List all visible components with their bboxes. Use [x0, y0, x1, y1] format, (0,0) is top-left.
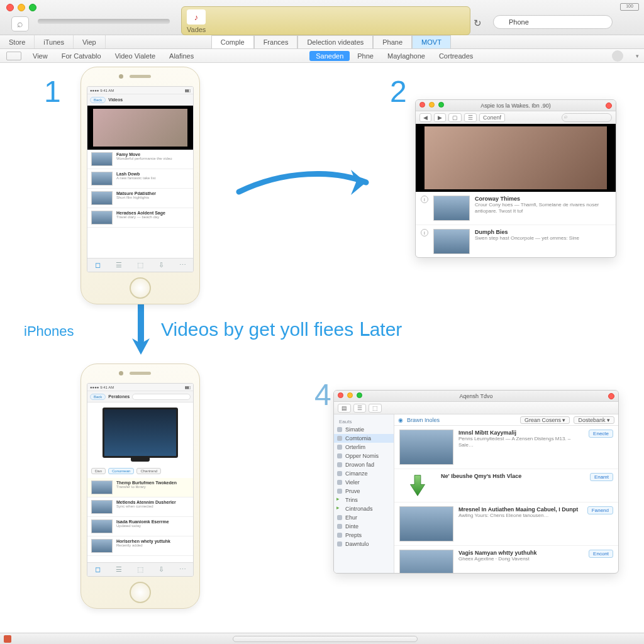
win2-view1-button[interactable]: ▢ [448, 113, 462, 122]
sidebar-item[interactable]: Drowon fad [334, 460, 394, 469]
table-row[interactable]: Vagis Namyan whtty yuthuhkGheex Agextine… [394, 546, 618, 573]
iphone1-tab-4[interactable]: ⇩ [151, 258, 172, 272]
search-input[interactable] [493, 15, 613, 29]
view-mode-icon[interactable] [6, 52, 21, 60]
win4-close-icon[interactable] [338, 392, 343, 398]
list-item[interactable]: Heradses Aoldent SageTravel diary — beac… [87, 208, 193, 228]
win2-search-input[interactable] [562, 113, 612, 122]
win2-label-chip[interactable]: Conenf [479, 113, 505, 122]
win4-tool-2[interactable]: ☰ [353, 404, 366, 413]
win4-path-sel1[interactable]: Grean Cosens ▾ [520, 416, 570, 424]
win2-q-close-icon[interactable] [606, 103, 612, 109]
subtab-alafines[interactable]: Alafines [163, 51, 200, 61]
window-traffic-lights[interactable] [6, 4, 36, 11]
sidebar-item[interactable]: Pruve [334, 487, 394, 496]
sidebar-item[interactable]: Orterlim [334, 443, 394, 452]
win4-tool-1[interactable]: ▤ [338, 404, 351, 413]
subtab-vialete[interactable]: Video Vialete [109, 51, 162, 61]
menu-view[interactable]: Viep [74, 35, 106, 48]
iphone3-search[interactable] [132, 394, 191, 400]
history-icon[interactable]: ↻ [474, 18, 482, 29]
sidebar-item[interactable]: Vieler [334, 478, 394, 487]
list-item[interactable]: Horlserhen whety yuttuhkRecently added [87, 536, 193, 556]
table-row[interactable]: iDumph BiesSwen step hast Oncorpole — ye… [416, 225, 616, 257]
filter-phne[interactable]: Phne [351, 51, 380, 61]
search-button-left[interactable]: ⌕ [11, 16, 29, 31]
iphone3-home-button[interactable] [130, 582, 151, 603]
sidebar-item[interactable]: Trins [334, 496, 394, 504]
list-item[interactable]: Famy MoveWonderful performance the video [87, 150, 193, 169]
iphone1-tab-2[interactable]: ☰ [109, 258, 130, 272]
zoom-icon[interactable] [29, 4, 36, 11]
filter-maylaghone[interactable]: Maylaghone [381, 51, 431, 61]
sidebar-item[interactable]: Prepts [334, 531, 394, 540]
tab-phane[interactable]: Phane [373, 35, 412, 48]
download-badge[interactable]: Encont [589, 550, 613, 558]
status-app-icon[interactable] [4, 635, 11, 643]
info-icon[interactable]: i [421, 196, 428, 203]
iphone3-chip-2[interactable]: Chartrand [136, 468, 161, 474]
table-row[interactable]: iCoroway ThimesCrour Cony hoes — Thamfi,… [416, 192, 616, 225]
sidebar-item[interactable]: Cintronads [334, 504, 394, 513]
sidebar-item[interactable]: Simatie [334, 425, 394, 434]
menu-itunes[interactable]: iTunes [35, 35, 74, 48]
win4-path-sel2[interactable]: Dostebank ▾ [574, 416, 614, 424]
win2-view2-button[interactable]: ☰ [464, 113, 477, 122]
sidebar-item[interactable]: Opper Nomis [334, 452, 394, 460]
win4-q-close-icon[interactable] [608, 393, 614, 399]
iphone1-home-button[interactable] [130, 277, 151, 299]
minimize-icon[interactable] [18, 4, 25, 11]
iphone3-tab-3[interactable]: ⬚ [130, 563, 151, 576]
sidebar-item[interactable]: Comtomia [334, 434, 394, 443]
tab-delection[interactable]: Delection videates [297, 35, 373, 48]
subtab-view[interactable]: View [26, 51, 54, 61]
list-item[interactable]: Themp Burtufmen TwokedenTransfer to libr… [87, 478, 193, 497]
account-caret-icon[interactable]: ▾ [636, 53, 639, 59]
iphone3-back-button[interactable]: Back [90, 394, 106, 400]
close-icon[interactable] [6, 4, 14, 11]
list-item[interactable]: Metlends Atennim DusherlerSync when conn… [87, 497, 193, 517]
menu-row-2: View For Catvablo Video Vialete Alafines… [0, 49, 644, 63]
win4-path[interactable]: Brawn Inoles [407, 417, 440, 423]
iphone1-tab-3[interactable]: ⬚ [130, 258, 151, 272]
list-item[interactable]: Lash DowbA new fantastic take list [87, 169, 193, 189]
menu-store[interactable]: Store [0, 35, 35, 48]
info-icon[interactable]: i [421, 229, 428, 236]
table-row[interactable]: Ne' Ibeushe Qmy’s Hsth VlaceEnamt [394, 469, 618, 502]
sidebar-item[interactable]: Cimanze [334, 469, 394, 478]
account-avatar-icon[interactable] [612, 50, 623, 62]
win4-zoom-icon[interactable] [357, 392, 362, 398]
iphone3-tab-1[interactable]: ◻ [87, 563, 109, 576]
win2-zoom-icon[interactable] [438, 102, 444, 108]
download-badge[interactable]: Enamt [590, 473, 613, 481]
tab-comple[interactable]: Comple [211, 35, 254, 48]
list-item[interactable]: Isada Ruaniomk EserrmeUpdated today [87, 517, 193, 536]
iphone1-tab-5[interactable]: ⋯ [172, 258, 193, 272]
table-row[interactable]: Imnsl Mibtt KayymalijPenns Leumyitedest … [394, 426, 618, 469]
playback-scrubber[interactable] [38, 19, 170, 24]
download-badge[interactable]: Fanend [587, 506, 613, 514]
win2-fwd-button[interactable]: ▶ [434, 113, 446, 122]
win2-close-icon[interactable] [419, 102, 425, 108]
filter-saneden[interactable]: Saneden [309, 51, 350, 61]
win4-tool-3[interactable]: ⬚ [369, 404, 382, 413]
tab-movt[interactable]: MOVT [412, 35, 451, 48]
sidebar-item[interactable]: Dinte [334, 522, 394, 531]
iphone1-back-button[interactable]: Back [90, 97, 106, 103]
iphone3-tab-2[interactable]: ☰ [109, 563, 130, 576]
iphone3-tab-5[interactable]: ⋯ [172, 563, 193, 576]
iphone3-chip-1[interactable]: Conomean [108, 468, 134, 474]
table-row[interactable]: Mresnel In Autiathen Maaing Cabuel, I Du… [394, 502, 618, 546]
sidebar-item[interactable]: Ehur [334, 513, 394, 522]
filter-cortreades[interactable]: Cortreades [433, 51, 479, 61]
win2-back-button[interactable]: ◀ [419, 113, 431, 122]
sidebar-item[interactable]: Dawntulo [334, 540, 394, 548]
win4-min-icon[interactable] [347, 392, 353, 398]
iphone3-tab-4[interactable]: ⇩ [151, 563, 172, 576]
win2-min-icon[interactable] [429, 102, 435, 108]
tab-frances[interactable]: Frances [254, 35, 298, 48]
subtab-catvablo[interactable]: For Catvablo [55, 51, 108, 61]
download-badge[interactable]: Enecte [589, 430, 613, 438]
list-item[interactable]: Matsure PdatistherShort film highlights [87, 189, 193, 208]
iphone1-tab-1[interactable]: ◻ [87, 258, 109, 272]
